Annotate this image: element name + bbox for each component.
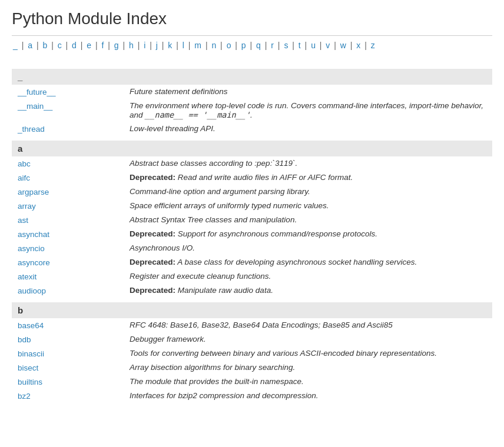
alpha-t[interactable]: t — [297, 41, 302, 50]
table-row: _thread Low-level threading API. — [12, 122, 492, 136]
module-link-thread[interactable]: _thread — [18, 125, 45, 134]
table-row: binascii Tools for converting between bi… — [12, 346, 492, 361]
page-title: Python Module Index — [12, 9, 492, 28]
table-row: argparse Command-line option and argumen… — [12, 185, 492, 199]
deprecated-label: Deprecated: — [130, 258, 175, 266]
table-row: abc Abstract base classes according to :… — [12, 156, 492, 171]
alpha-n[interactable]: n — [210, 41, 217, 50]
table-row: bdb Debugger framework. — [12, 332, 492, 346]
module-link-array[interactable]: array — [18, 202, 36, 211]
alpha-navigation: _ | a | b | c | d | e | f | g | h | i | … — [12, 35, 492, 55]
module-desc-future: Future statement definitions — [124, 85, 492, 99]
table-row: asyncio Asynchronous I/O. — [12, 241, 492, 255]
section-header-a: a — [12, 141, 492, 156]
alpha-d[interactable]: d — [71, 41, 78, 50]
alpha-r[interactable]: r — [270, 41, 275, 50]
module-desc-asyncore: Deprecated: A base class for developing … — [124, 255, 492, 269]
module-link-audioop[interactable]: audioop — [18, 286, 46, 295]
alpha-b[interactable]: b — [41, 41, 48, 50]
module-link-bisect[interactable]: bisect — [18, 363, 38, 372]
alpha-c[interactable]: c — [57, 41, 63, 50]
alpha-m[interactable]: m — [193, 41, 203, 50]
table-row: bisect Array bisection algorithms for bi… — [12, 361, 492, 375]
module-desc-aifc: Deprecated: Read and write audio files i… — [124, 171, 492, 185]
alpha-i[interactable]: i — [142, 41, 147, 50]
table-row: builtins The module that provides the bu… — [12, 375, 492, 389]
alpha-p[interactable]: p — [240, 41, 247, 50]
module-link-asyncore[interactable]: asyncore — [18, 258, 50, 267]
module-link-argparse[interactable]: argparse — [18, 188, 49, 196]
alpha-u[interactable]: u — [310, 41, 317, 50]
table-row: array Space efficient arrays of uniforml… — [12, 199, 492, 213]
alpha-f[interactable]: f — [101, 41, 105, 50]
module-link-abc[interactable]: abc — [18, 159, 31, 168]
deprecated-label: Deprecated: — [130, 173, 175, 182]
table-row: asynchat Deprecated: Support for asynchr… — [12, 227, 492, 241]
module-link-main[interactable]: __main__ — [18, 102, 52, 111]
alpha-s[interactable]: s — [283, 41, 289, 50]
module-desc-ast: Abstract Syntax Tree classes and manipul… — [124, 213, 492, 227]
alpha-q[interactable]: q — [255, 41, 262, 50]
module-desc-base64: RFC 4648: Base16, Base32, Base64 Data En… — [124, 318, 492, 332]
module-index-table: _ __future__ Future statement definition… — [12, 64, 492, 403]
module-link-ast[interactable]: ast — [18, 216, 28, 225]
table-row: audioop Deprecated: Manipulate raw audio… — [12, 283, 492, 298]
table-row: atexit Register and execute cleanup func… — [12, 269, 492, 283]
alpha-v[interactable]: v — [324, 41, 331, 50]
table-row: bz2 Interfaces for bzip2 compression and… — [12, 389, 492, 403]
module-desc-bz2: Interfaces for bzip2 compression and dec… — [124, 389, 492, 403]
module-link-asyncio[interactable]: asyncio — [18, 244, 45, 253]
module-desc-array: Space efficient arrays of uniformly type… — [124, 199, 492, 213]
deprecated-label: Deprecated: — [130, 286, 175, 295]
module-desc-asyncio: Asynchronous I/O. — [124, 241, 492, 255]
module-desc-argparse: Command-line option and argument parsing… — [124, 185, 492, 199]
module-desc-asynchat: Deprecated: Support for asynchronous com… — [124, 227, 492, 241]
deprecated-label: Deprecated: — [130, 229, 175, 238]
module-link-atexit[interactable]: atexit — [18, 272, 37, 281]
alpha-l[interactable]: l — [181, 41, 185, 50]
module-link-bz2[interactable]: bz2 — [18, 392, 31, 401]
section-header-underscore: _ — [12, 69, 492, 85]
module-desc-builtins: The module that provides the built-in na… — [124, 375, 492, 389]
module-desc-atexit: Register and execute cleanup functions. — [124, 269, 492, 283]
table-row: aifc Deprecated: Read and write audio fi… — [12, 171, 492, 185]
module-link-asynchat[interactable]: asynchat — [18, 230, 49, 239]
alpha-g[interactable]: g — [113, 41, 120, 50]
section-header-b: b — [12, 302, 492, 318]
table-row: __future__ Future statement definitions — [12, 85, 492, 99]
alpha-z[interactable]: z — [370, 41, 376, 50]
module-desc-thread: Low-level threading API. — [124, 122, 492, 136]
module-link-binascii[interactable]: binascii — [18, 349, 44, 358]
alpha-h[interactable]: h — [128, 41, 135, 50]
module-link-future[interactable]: __future__ — [18, 88, 56, 96]
alpha-underscore[interactable]: _ — [12, 41, 19, 50]
module-desc-bisect: Array bisection algorithms for binary se… — [124, 361, 492, 375]
alpha-k[interactable]: k — [167, 41, 173, 50]
table-row: base64 RFC 4648: Base16, Base32, Base64 … — [12, 318, 492, 332]
module-desc-bdb: Debugger framework. — [124, 332, 492, 346]
alpha-o[interactable]: o — [226, 41, 233, 50]
alpha-a[interactable]: a — [26, 41, 34, 50]
alpha-x[interactable]: x — [355, 41, 362, 50]
module-link-aifc[interactable]: aifc — [18, 174, 30, 182]
module-desc-audioop: Deprecated: Manipulate raw audio data. — [124, 283, 492, 298]
table-row: __main__ The environment where top-level… — [12, 99, 492, 122]
module-desc-binascii: Tools for converting between binary and … — [124, 346, 492, 361]
module-desc-main: The environment where top-level code is … — [124, 99, 492, 122]
table-row: asyncore Deprecated: A base class for de… — [12, 255, 492, 269]
table-row: ast Abstract Syntax Tree classes and man… — [12, 213, 492, 227]
module-link-base64[interactable]: base64 — [18, 321, 44, 330]
alpha-j[interactable]: j — [155, 41, 159, 50]
alpha-e[interactable]: e — [85, 41, 92, 50]
module-link-bdb[interactable]: bdb — [18, 335, 31, 344]
module-link-builtins[interactable]: builtins — [18, 378, 42, 386]
alpha-w[interactable]: w — [339, 41, 347, 50]
module-desc-abc: Abstract base classes according to :pep:… — [124, 156, 492, 171]
